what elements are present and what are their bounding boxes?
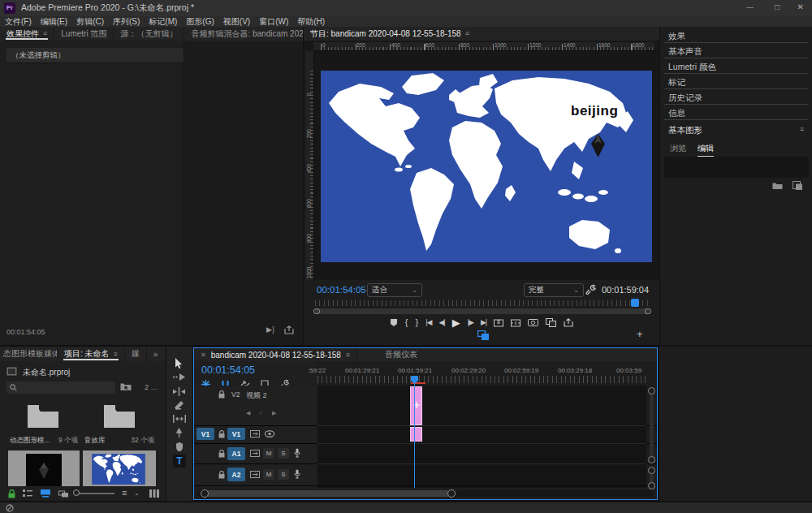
lock-icon[interactable] (218, 471, 225, 479)
tab-audio-meters[interactable]: 音频仪表 (378, 348, 424, 361)
keyframe-add-icon[interactable]: ○ (259, 410, 262, 416)
sidebar-item-lumetri-color[interactable]: Lumetri 颜色 (668, 62, 716, 73)
tab-sequence[interactable]: ✕ bandicam 2020-04-08 12-55-18-158 ≡ (194, 348, 357, 361)
track-select-v1[interactable]: V1 (227, 428, 245, 440)
panel-menu-icon[interactable]: ≡ (43, 30, 47, 37)
solo-button[interactable]: S (278, 448, 289, 459)
scroll-knob-right[interactable] (645, 308, 651, 314)
folder-icon[interactable] (772, 182, 783, 190)
video-clip-v1[interactable] (410, 427, 422, 442)
solo-button[interactable]: S (278, 469, 289, 480)
step-back-icon[interactable]: ◀| (438, 319, 444, 326)
add-button[interactable]: + (637, 328, 643, 340)
tab-program-monitor[interactable]: 节目: bandicam 2020-04-08 12-55-18-158≡ (304, 27, 476, 41)
track-v2-name[interactable]: 视频 2 (246, 390, 267, 401)
razor-tool[interactable] (174, 401, 184, 410)
menu-graphics[interactable]: 图形(G) (186, 16, 214, 28)
tab-source-monitor[interactable]: 源：（无剪辑） (114, 27, 184, 41)
tab-project[interactable]: 项目: 未命名≡ (58, 347, 125, 361)
track-select-a2[interactable]: A2 (227, 468, 245, 481)
sidebar-item-markers[interactable]: 标记 (668, 77, 685, 88)
tab-audio-clip-mixer[interactable]: 音频剪辑混合器: bandicam 2020-04-0 (184, 27, 303, 41)
menu-help[interactable]: 帮助(H) (297, 16, 325, 28)
program-time-ruler[interactable] (315, 300, 650, 306)
mute-button[interactable]: M (263, 448, 274, 459)
menu-marker[interactable]: 标记(M) (149, 16, 177, 28)
essential-graphics-header[interactable]: 基本图形 (668, 125, 702, 136)
go-to-in-icon[interactable]: |◀ (425, 319, 431, 326)
icon-view-icon[interactable] (41, 489, 50, 498)
mute-button[interactable]: M (263, 469, 274, 480)
bin-motion-templates[interactable]: 动态图形模... 9 个项 (8, 400, 80, 447)
timeline-tracks-area[interactable] (317, 386, 646, 488)
tab-motion-templates[interactable]: 态图形模板媒体 (0, 347, 58, 361)
mark-out-icon[interactable]: } (415, 318, 418, 327)
zoom-slider[interactable] (76, 493, 114, 494)
keyframe-next-icon[interactable]: ▶ (272, 410, 276, 416)
sidebar-item-effects[interactable]: 效果 (668, 31, 685, 42)
scroll-knob-left[interactable] (313, 308, 320, 314)
lock-icon[interactable] (218, 450, 225, 458)
go-to-out-icon[interactable]: ▶| (481, 319, 486, 326)
project-writable-icon[interactable] (8, 489, 15, 498)
timeline-timecode[interactable]: 00:01:54:05 (201, 364, 255, 376)
sort-chevron-icon[interactable]: ⌄ (134, 490, 140, 497)
mark-in-icon[interactable]: { (405, 318, 408, 327)
slip-tool[interactable] (173, 415, 186, 423)
audio-zoom-scrollbar[interactable] (650, 470, 654, 486)
bin-sound-library[interactable]: 音效库 32 个项 (83, 400, 156, 447)
export-icon[interactable] (564, 318, 573, 327)
zoom-level-select[interactable]: 适合⌄ (367, 283, 422, 297)
mic-icon[interactable] (294, 448, 300, 458)
search-input[interactable] (6, 382, 115, 394)
timeline-h-scrollbar[interactable] (197, 490, 654, 497)
selection-tool[interactable] (175, 358, 184, 369)
export-icon[interactable] (284, 325, 294, 334)
add-marker-icon[interactable] (390, 318, 398, 327)
panel-menu-icon[interactable]: ≡ (114, 351, 118, 358)
program-timecode[interactable]: 00:01:54:05 (317, 285, 366, 295)
close-icon[interactable]: ✕ (201, 351, 206, 359)
settings-wrench-icon[interactable] (585, 284, 596, 295)
program-scrollbar[interactable] (315, 308, 650, 314)
type-tool[interactable]: T (173, 455, 186, 468)
menu-window[interactable]: 窗口(W) (259, 16, 288, 28)
playback-resolution-select[interactable]: 完整⌄ (524, 283, 584, 297)
list-view-icon[interactable] (23, 489, 32, 498)
clip-thumbnail-map[interactable] (83, 450, 156, 486)
sync-lock-icon[interactable] (250, 430, 260, 438)
maximize-button[interactable]: □ (775, 2, 780, 11)
program-playhead[interactable] (631, 299, 639, 307)
keyframe-prev-icon[interactable]: ◀ (246, 410, 250, 416)
track-output-eye-icon[interactable] (265, 430, 274, 438)
step-forward-icon[interactable]: |▶ (468, 319, 473, 326)
sidebar-item-essential-sound[interactable]: 基本声音 (668, 46, 702, 58)
sort-icon[interactable]: ≡ (122, 489, 127, 498)
sync-lock-icon[interactable] (250, 471, 260, 478)
video-zoom-scrollbar[interactable] (650, 390, 654, 460)
track-v2-label[interactable]: V2 (231, 390, 240, 399)
panel-menu-icon[interactable]: ≡ (346, 351, 350, 359)
video-frame[interactable]: beijing (321, 71, 652, 262)
comparison-view-icon[interactable] (546, 318, 556, 327)
drag-video-audio-icon[interactable] (477, 330, 489, 340)
tab-edit[interactable]: 编辑 (698, 143, 714, 157)
menu-edit[interactable]: 编辑(E) (41, 16, 67, 28)
essential-graphics-list[interactable] (664, 157, 809, 178)
menu-view[interactable]: 视图(V) (223, 16, 250, 28)
sync-lock-icon[interactable] (250, 450, 260, 457)
tab-lumetri-scopes[interactable]: Lumetri 范围 (54, 27, 114, 41)
lift-icon[interactable] (494, 318, 503, 327)
extract-icon[interactable] (511, 318, 520, 327)
menu-file[interactable]: 文件(F) (5, 16, 32, 28)
track-select-a1[interactable]: A1 (227, 447, 245, 460)
track-select-tool[interactable] (173, 373, 185, 381)
sidebar-item-info[interactable]: 信息 (668, 108, 685, 119)
lock-icon[interactable] (218, 430, 225, 438)
lock-icon[interactable] (218, 390, 225, 399)
project-file-name[interactable]: 未命名.prproj (23, 367, 70, 378)
clip-thumbnail-graphic[interactable] (8, 450, 80, 486)
graphic-clip-v2[interactable] (410, 386, 422, 425)
close-button[interactable]: ✕ (797, 2, 804, 11)
tab-overflow-button[interactable]: » (147, 347, 165, 361)
